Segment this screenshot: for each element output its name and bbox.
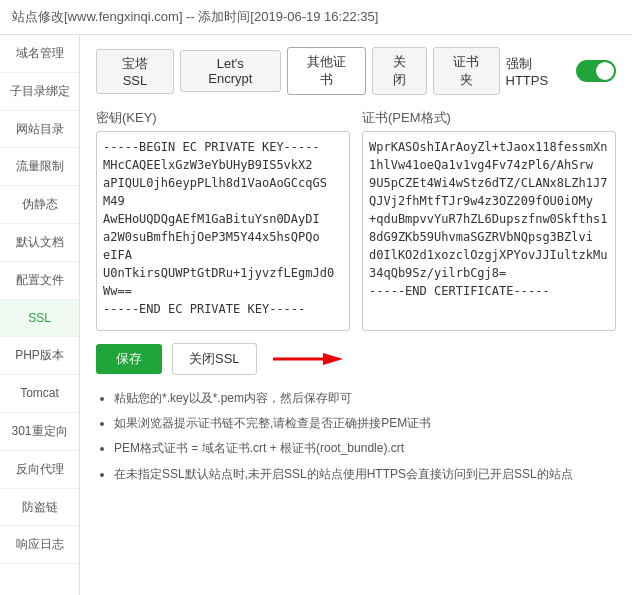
sidebar-item-reverse-proxy[interactable]: 反向代理 [0,451,79,489]
key-group: 密钥(KEY) [96,109,350,331]
tip-item-0: 粘贴您的*.key以及*.pem内容，然后保存即可 [114,389,616,408]
sidebar-item-tomcat[interactable]: Tomcat [0,375,79,413]
sidebar-item-default-doc[interactable]: 默认文档 [0,224,79,262]
tab-cert-folder[interactable]: 证书夹 [433,47,500,95]
save-button[interactable]: 保存 [96,344,162,374]
sidebar-item-anti-leech[interactable]: 防盗链 [0,489,79,527]
sidebar-item-domain[interactable]: 域名管理 [0,35,79,73]
close-ssl-button[interactable]: 关闭SSL [172,343,257,375]
arrow-hint [273,349,343,369]
sidebar-item-website-dir[interactable]: 网站目录 [0,111,79,149]
title-bar: 站点修改[www.fengxinqi.com] -- 添加时间[2019-06-… [0,0,632,35]
force-https-container: 强制HTTPS [506,55,616,88]
force-https-label: 强制HTTPS [506,55,571,88]
sidebar-item-subdirectory[interactable]: 子目录绑定 [0,73,79,111]
sidebar-item-pseudo-static[interactable]: 伪静态 [0,186,79,224]
sidebar-item-ssl[interactable]: SSL [0,300,79,338]
sidebar: 域名管理子目录绑定网站目录流量限制伪静态默认文档配置文件SSLPHP版本Tomc… [0,35,80,595]
tab-lets-encrypt[interactable]: Let's Encrypt [180,50,281,92]
action-row: 保存 关闭SSL [96,343,616,375]
tab-other-cert[interactable]: 其他证书 [287,47,366,95]
cert-label: 证书(PEM格式) [362,109,616,127]
tips-list: 粘贴您的*.key以及*.pem内容，然后保存即可如果浏览器提示证书链不完整,请… [96,389,616,484]
main-content: 宝塔SSLLet's Encrypt其他证书关闭证书夹 强制HTTPS 密钥(K… [80,35,632,595]
red-arrow-icon [273,349,343,369]
sidebar-item-redirect-301[interactable]: 301重定向 [0,413,79,451]
tip-item-3: 在未指定SSL默认站点时,未开启SSL的站点使用HTTPS会直接访问到已开启SS… [114,465,616,484]
tab-close[interactable]: 关闭 [372,47,427,95]
sidebar-item-traffic-limit[interactable]: 流量限制 [0,148,79,186]
sidebar-item-config-file[interactable]: 配置文件 [0,262,79,300]
force-https-toggle[interactable] [576,60,616,82]
key-label: 密钥(KEY) [96,109,350,127]
key-textarea[interactable] [96,131,350,331]
tabs-row: 宝塔SSLLet's Encrypt其他证书关闭证书夹 强制HTTPS [96,47,616,95]
svg-marker-1 [323,353,343,365]
tip-item-2: PEM格式证书 = 域名证书.crt + 根证书(root_bundle).cr… [114,439,616,458]
sidebar-item-access-log[interactable]: 响应日志 [0,526,79,564]
cert-group: 证书(PEM格式) [362,109,616,331]
cert-textarea[interactable] [362,131,616,331]
textareas-row: 密钥(KEY) 证书(PEM格式) [96,109,616,331]
tip-item-1: 如果浏览器提示证书链不完整,请检查是否正确拼接PEM证书 [114,414,616,433]
tab-baota-ssl[interactable]: 宝塔SSL [96,49,174,94]
sidebar-item-php-version[interactable]: PHP版本 [0,337,79,375]
